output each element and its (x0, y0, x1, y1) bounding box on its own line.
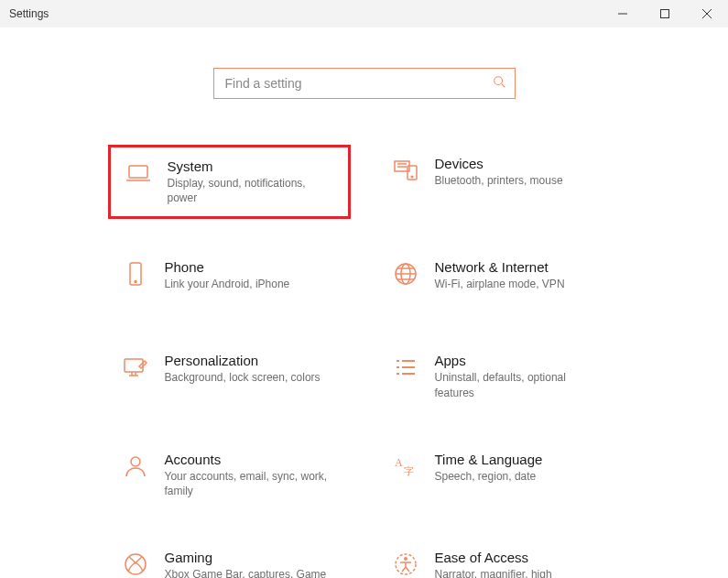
close-button[interactable] (686, 0, 728, 27)
laptop-icon (124, 158, 153, 188)
xbox-icon (121, 550, 150, 578)
tile-network[interactable]: Network & Internet Wi-Fi, airplane mode,… (378, 248, 621, 312)
tile-subtitle: Background, lock screen, colors (165, 370, 321, 385)
svg-line-38 (402, 567, 406, 572)
tile-title: Ease of Access (435, 550, 552, 565)
tile-subtitle: Your accounts, email, sync, work, family (165, 469, 330, 498)
titlebar: Settings (0, 0, 728, 27)
svg-point-10 (411, 176, 413, 178)
svg-text:字: 字 (404, 465, 414, 476)
phone-icon (121, 259, 150, 289)
tile-subtitle: Bluetooth, printers, mouse (435, 173, 563, 188)
svg-line-39 (406, 567, 409, 572)
devices-icon (391, 156, 420, 185)
tile-accounts[interactable]: Accounts Your accounts, email, sync, wor… (108, 441, 351, 509)
tile-devices[interactable]: Devices Bluetooth, printers, mouse (378, 145, 621, 219)
svg-line-5 (501, 84, 505, 88)
minimize-button[interactable] (602, 0, 644, 27)
maximize-button[interactable] (644, 0, 686, 27)
settings-grid: System Display, sound, notifications, po… (108, 145, 621, 578)
tile-subtitle: Wi-Fi, airplane mode, VPN (435, 277, 565, 291)
window-controls (602, 0, 728, 27)
svg-point-14 (135, 281, 136, 283)
tile-title: Accounts (165, 452, 330, 467)
search-input[interactable] (223, 75, 493, 92)
svg-rect-6 (129, 166, 147, 178)
tile-title: System (168, 158, 332, 174)
person-icon (121, 452, 150, 481)
tile-personalization[interactable]: Personalization Background, lock screen,… (108, 342, 351, 410)
svg-rect-1 (661, 10, 669, 18)
svg-text:A: A (395, 456, 403, 469)
tile-title: Time & Language (435, 452, 543, 467)
ease-of-access-icon (391, 550, 420, 578)
window-title: Settings (9, 7, 49, 20)
apps-icon (391, 353, 420, 382)
tile-gaming[interactable]: Gaming Xbox Game Bar, captures, Game (108, 539, 351, 578)
tile-title: Devices (435, 156, 563, 171)
tile-title: Apps (435, 353, 600, 368)
search-icon (493, 75, 505, 92)
tile-subtitle: Link your Android, iPhone (165, 277, 290, 291)
tile-title: Gaming (165, 550, 327, 565)
tile-subtitle: Xbox Game Bar, captures, Game (165, 567, 327, 578)
svg-point-30 (131, 457, 140, 466)
tile-ease-of-access[interactable]: Ease of Access Narrator, magnifier, high (378, 539, 621, 578)
svg-point-4 (494, 77, 502, 85)
globe-icon (391, 259, 420, 289)
tile-system[interactable]: System Display, sound, notifications, po… (108, 145, 351, 219)
personalization-icon (121, 353, 150, 382)
tile-subtitle: Speech, region, date (435, 469, 543, 484)
tile-title: Network & Internet (435, 259, 565, 275)
tile-title: Phone (165, 259, 290, 275)
tile-phone[interactable]: Phone Link your Android, iPhone (108, 248, 351, 312)
svg-point-35 (404, 557, 407, 561)
tile-subtitle: Narrator, magnifier, high (435, 567, 552, 578)
search-box[interactable] (213, 68, 516, 99)
tile-title: Personalization (165, 353, 321, 368)
tile-subtitle: Display, sound, notifications, power (168, 176, 332, 205)
tile-subtitle: Uninstall, defaults, optional features (435, 370, 600, 399)
language-icon: A 字 (391, 452, 420, 481)
content: System Display, sound, notifications, po… (0, 27, 728, 578)
tile-apps[interactable]: Apps Uninstall, defaults, optional featu… (378, 342, 621, 410)
tile-time-language[interactable]: A 字 Time & Language Speech, region, date (378, 441, 621, 509)
